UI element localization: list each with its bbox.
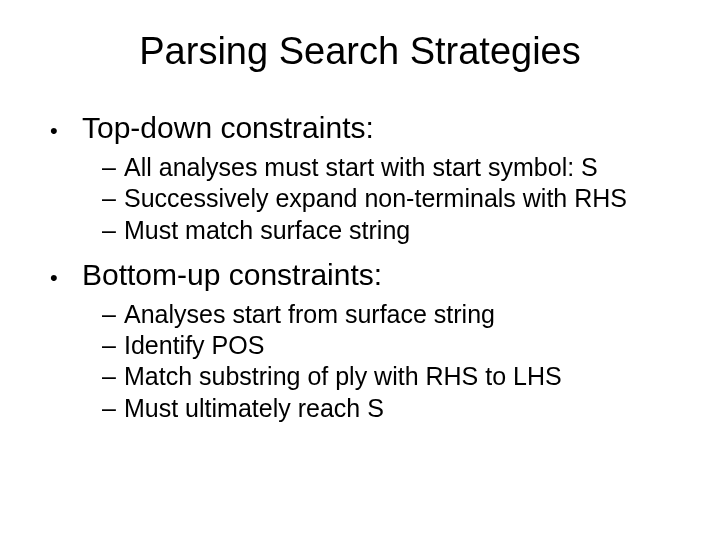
list-item: –All analyses must start with start symb… <box>102 152 680 183</box>
list-item: –Must ultimately reach S <box>102 393 680 424</box>
sub-item-text: Must match surface string <box>124 215 410 246</box>
list-item: • Bottom-up constraints: –Analyses start… <box>50 258 680 424</box>
section-heading-row: • Bottom-up constraints: <box>50 258 680 293</box>
list-item: –Must match surface string <box>102 215 680 246</box>
sub-list: –Analyses start from surface string –Ide… <box>50 299 680 424</box>
dash-icon: – <box>102 152 124 183</box>
sub-item-text: Identify POS <box>124 330 264 361</box>
sub-item-text: Analyses start from surface string <box>124 299 495 330</box>
sub-list: –All analyses must start with start symb… <box>50 152 680 246</box>
dash-icon: – <box>102 299 124 330</box>
dash-icon: – <box>102 183 124 214</box>
list-item: –Identify POS <box>102 330 680 361</box>
bullet-list: • Top-down constraints: –All analyses mu… <box>40 111 680 424</box>
dash-icon: – <box>102 393 124 424</box>
list-item: –Analyses start from surface string <box>102 299 680 330</box>
slide-title: Parsing Search Strategies <box>40 30 680 73</box>
dash-icon: – <box>102 215 124 246</box>
sub-item-text: Successively expand non-terminals with R… <box>124 183 627 214</box>
sub-item-text: Must ultimately reach S <box>124 393 384 424</box>
dash-icon: – <box>102 361 124 392</box>
list-item: –Successively expand non-terminals with … <box>102 183 680 214</box>
dash-icon: – <box>102 330 124 361</box>
section-heading: Top-down constraints: <box>82 111 374 145</box>
bullet-icon: • <box>50 263 82 293</box>
list-item: • Top-down constraints: –All analyses mu… <box>50 111 680 246</box>
bullet-icon: • <box>50 116 82 146</box>
sub-item-text: Match substring of ply with RHS to LHS <box>124 361 562 392</box>
section-heading: Bottom-up constraints: <box>82 258 382 292</box>
list-item: –Match substring of ply with RHS to LHS <box>102 361 680 392</box>
sub-item-text: All analyses must start with start symbo… <box>124 152 598 183</box>
section-heading-row: • Top-down constraints: <box>50 111 680 146</box>
